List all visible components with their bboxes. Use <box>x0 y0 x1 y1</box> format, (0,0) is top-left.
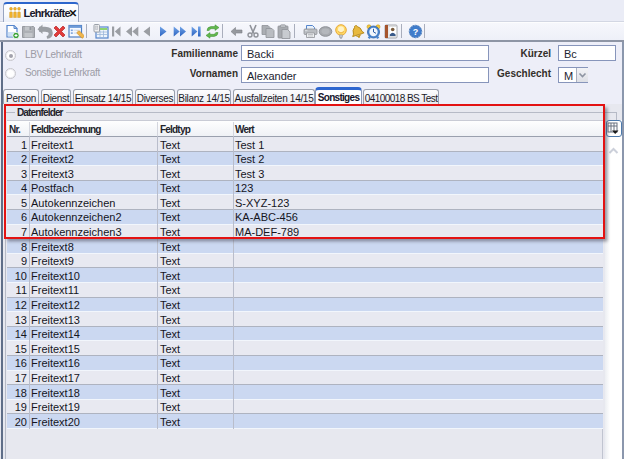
svg-text:?: ? <box>412 27 418 37</box>
